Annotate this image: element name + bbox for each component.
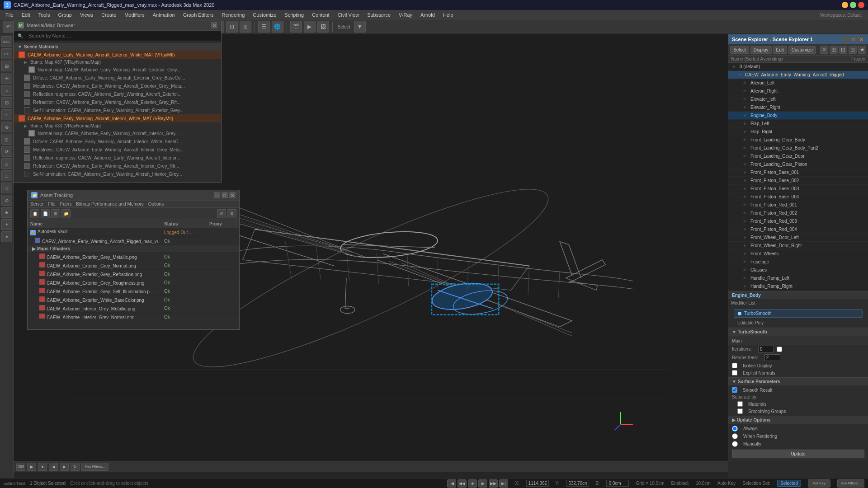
tree-eye-icon[interactable]: 👁	[743, 146, 749, 150]
tool7-icon[interactable]: ◎	[1, 134, 12, 145]
tl-record-btn[interactable]: ●	[38, 463, 47, 471]
pb-stop[interactable]: ■	[468, 479, 477, 488]
tree-item[interactable]: 👁Front_Piston_Rod_002	[728, 209, 868, 217]
key-filters-btn[interactable]: Key Filters...	[837, 479, 864, 488]
scene-materials-header[interactable]: ▼ Scene Materials	[14, 43, 221, 51]
menu-tools[interactable]: Tools	[35, 11, 54, 19]
tool15-icon[interactable]: ✦	[1, 231, 12, 242]
when-rendering-radio[interactable]	[732, 433, 738, 439]
se-display-btn[interactable]: Display	[750, 46, 772, 54]
modeling-icon[interactable]: MDL	[1, 36, 12, 47]
tool10-icon[interactable]: □	[1, 170, 12, 181]
mat-sub-refrough-int[interactable]: Reflection roughness: CAEW_Airborne_Earl…	[14, 154, 221, 162]
menu-content[interactable]: Content	[308, 11, 333, 19]
mat-sub-bump37[interactable]: ▶ Bump: Map #37 (VRayNormalMap)	[14, 59, 221, 66]
spacing-btn[interactable]: ⊡	[226, 21, 238, 33]
pb-prev-frame[interactable]: |◀	[447, 479, 456, 488]
tree-eye-icon[interactable]: 👁	[743, 235, 749, 240]
menu-file[interactable]: File	[2, 11, 17, 19]
tree-item[interactable]: 👁Front_Wheels	[728, 250, 868, 258]
mat-sub-refraction-ext[interactable]: Refraction: CAEW_Airborne_Early_Warning_…	[14, 98, 221, 106]
asset-row-metallic[interactable]: CAEW_Airborne_Exterior_Grey_Metallic.png…	[28, 253, 239, 261]
tree-item[interactable]: 👁Front_Piston_Rod_004	[728, 225, 868, 234]
asset-row-int-metallic[interactable]: CAEW_Airborne_Interior_Grey_Metallic.png…	[28, 304, 239, 313]
coord-x-input[interactable]	[526, 480, 549, 487]
tree-eye-icon[interactable]: 👁	[743, 178, 749, 183]
scene-tree[interactable]: 👁0 (default)👁CAEW_Airborne_Early_Warning…	[728, 63, 868, 291]
at-maximize-btn[interactable]: □	[222, 192, 228, 198]
tree-item[interactable]: 👁Flap_Right	[728, 128, 868, 136]
at-menu-options[interactable]: Options	[148, 202, 164, 206]
menu-views[interactable]: Views	[76, 11, 97, 19]
at-menu-paths[interactable]: Paths	[60, 202, 72, 206]
menu-help[interactable]: Help	[439, 11, 457, 19]
tree-item[interactable]: 👁Front_Piston_Rod_003	[728, 217, 868, 225]
smoothing-groups-checkbox[interactable]	[737, 408, 743, 414]
materials-checkbox[interactable]	[737, 401, 743, 407]
tool11-icon[interactable]: ◇	[1, 183, 12, 193]
se-icon1[interactable]: ✕	[820, 46, 828, 54]
tree-eye-icon[interactable]: 👁	[743, 187, 749, 191]
tree-item[interactable]: 👁Glasses	[728, 266, 868, 274]
menu-substance[interactable]: Substance	[363, 11, 394, 19]
asset-row-file[interactable]: CAEW_Airborne_Early_Warning_Aircraft_Rig…	[28, 237, 239, 245]
turbosm-section[interactable]: ▼ TurboSmooth	[728, 328, 868, 336]
tree-eye-icon[interactable]: 👁	[732, 65, 738, 69]
tool6-icon[interactable]: ⊕	[1, 122, 12, 132]
mat-sub-metal-ext[interactable]: Metalness: CAEW_Airborne_Early_Warning_A…	[14, 82, 221, 90]
tl-key-mode-btn[interactable]: ⌨	[16, 463, 25, 471]
surface-params-section[interactable]: ▼ Surface Parameters	[728, 377, 868, 385]
update-btn[interactable]: Update	[732, 450, 864, 458]
mat-sub-normal-int[interactable]: Normal map: CAEW_Airborne_Early_Warning_…	[14, 129, 221, 137]
se-icon5[interactable]: ★	[858, 46, 866, 54]
at-menu-bitmap[interactable]: Bitmap Performance and Memory	[76, 202, 144, 206]
tree-eye-icon[interactable]: 👁	[743, 252, 749, 256]
pb-next-key[interactable]: ▶▶	[489, 479, 498, 488]
tree-eye-icon[interactable]: 👁	[743, 260, 749, 264]
at-refresh-btn[interactable]: ↺	[217, 209, 226, 218]
menu-edit[interactable]: Edit	[18, 11, 34, 19]
tree-eye-icon[interactable]: 👁	[743, 81, 749, 85]
asset-row-maps-group[interactable]: ▶ Maps / Shaders	[28, 245, 239, 253]
coord-z-input[interactable]	[606, 480, 629, 487]
tree-item[interactable]: 👁Front_Piston_Base_004	[728, 193, 868, 201]
mat-sub-diffuse-int[interactable]: Diffuse: CAEW_Airborne_Early_Warning_Air…	[14, 137, 221, 145]
tl-key-filters-btn[interactable]: Key Filters...	[81, 463, 108, 471]
mat-sub-diffuse-ext[interactable]: Diffuse: CAEW_Airborne_Early_Warning_Air…	[14, 74, 221, 82]
menu-graph-editors[interactable]: Graph Editors	[179, 11, 217, 19]
tree-eye-icon[interactable]: 👁	[743, 203, 749, 207]
tree-item[interactable]: 👁Handle_Ramp_Left	[728, 274, 868, 282]
mat-sub-selfillum-int[interactable]: Self-Illumination: CAEW_Airborne_Early_W…	[14, 170, 221, 178]
tree-eye-icon[interactable]: 👁	[743, 138, 749, 142]
menu-rendering[interactable]: Rendering	[218, 11, 249, 19]
tree-eye-icon[interactable]: 👁	[743, 130, 749, 134]
minimize-btn[interactable]	[842, 2, 848, 8]
tree-item[interactable]: 👁0 (default)	[728, 63, 868, 71]
tree-eye-icon[interactable]: 👁	[743, 113, 749, 118]
tree-item[interactable]: 👁Engine_Body	[728, 112, 868, 120]
tree-item[interactable]: 👁Front_Wheel_Door_Left	[728, 234, 868, 242]
menu-create[interactable]: Create	[98, 11, 120, 19]
always-radio[interactable]	[732, 426, 738, 432]
tree-eye-icon[interactable]: 👁	[743, 227, 749, 232]
select-dropdown-btn[interactable]: ▼	[354, 21, 366, 33]
tl-prev-key-btn[interactable]: ◀	[49, 463, 58, 471]
render-setup-btn[interactable]: 🎬	[290, 21, 302, 33]
tree-item[interactable]: 👁Aileron_Right	[728, 87, 868, 95]
at-close-btn[interactable]: ✕	[229, 192, 236, 198]
tree-eye-icon[interactable]: 👁	[743, 162, 749, 167]
se-icon4[interactable]: ⊟	[849, 46, 857, 54]
se-icon3[interactable]: ⊡	[839, 46, 847, 54]
turbosm-modifier[interactable]: TurboSmooth	[734, 309, 863, 318]
menu-animation[interactable]: Animation	[149, 11, 179, 19]
set-key-btn[interactable]: Set Key	[808, 479, 830, 488]
tree-item[interactable]: 👁Front_Wheel_Door_Right	[728, 242, 868, 250]
tree-item[interactable]: 👁Front_Piston_Base_002	[728, 177, 868, 185]
manually-radio[interactable]	[732, 441, 738, 447]
polygon-icon[interactable]: PL	[1, 48, 12, 59]
editable-poly-modifier[interactable]: Editable Poly	[731, 319, 865, 327]
tree-eye-icon[interactable]: 👁	[743, 195, 749, 199]
tree-eye-icon[interactable]: 👁	[743, 89, 749, 94]
tree-eye-icon[interactable]: 👁	[743, 97, 749, 102]
menu-customize[interactable]: Customize	[249, 11, 280, 19]
